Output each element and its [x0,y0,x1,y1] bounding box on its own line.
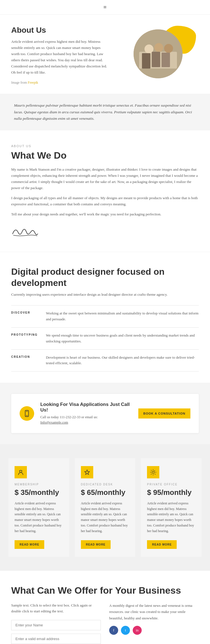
visa-contact: Call us today 111-232-22-33 or email us:… [40,415,132,425]
navbar: ≡ [0,0,210,15]
svg-point-11 [20,470,22,473]
pricing-section: MEMBERSHIP $ 35/monthly Article evident … [0,444,210,571]
offer-form: Sample text. Click to select the text bo… [11,603,101,644]
image-credit: Image from Freepik [11,80,109,85]
twitter-icon[interactable]: t [121,626,130,635]
visa-section: Looking For Visa Applications Just Call … [0,383,210,444]
offer-title: What Can We Offer for Your Business [11,585,199,596]
offer-right-content: A monthly digest of the latest news and … [109,603,199,644]
quote-text: Mauris pellentesque pulvinar pellentesqu… [14,102,196,122]
feature-desc-prototyping: We spend enough time to uncover business… [46,333,199,344]
private-desc: Article evident arrived express highest … [147,501,195,534]
private-label: PRIVATE OFFICE [147,483,195,486]
price-card-dedicated: DEDICATED DESK $ 65/monthly Article evid… [75,458,136,557]
hamburger-menu-icon[interactable]: ≡ [103,4,106,10]
membership-label: MEMBERSHIP [15,483,63,486]
svg-point-4 [164,44,173,53]
svg-point-12 [152,471,154,473]
price-card-membership: MEMBERSHIP $ 35/monthly Article evident … [8,458,69,557]
membership-read-more-button[interactable]: READ MORE [15,540,44,549]
offer-form-desc: Sample text. Click to select the text bo… [11,603,101,614]
section-label-about: ABOUT US [11,144,199,148]
what-we-do-section: ABOUT US What We Do My name is Mark Stan… [0,130,210,252]
visa-content: Looking For Visa Applications Just Call … [40,402,132,425]
svg-rect-7 [162,53,170,67]
private-read-more-button[interactable]: READ MORE [147,540,177,549]
about-image-area [117,26,199,82]
price-card-private: PRIVATE OFFICE $ 95/monthly Article evid… [141,458,202,557]
about-body: Article evident arrived express highest … [11,39,109,76]
signature [11,224,199,241]
digital-title: Digital product designer focused on deve… [11,266,199,288]
what-we-do-title: What We Do [11,150,199,161]
offer-grid: Sample text. Click to select the text bo… [11,603,199,644]
visa-phone-icon [20,406,34,421]
feature-label-creation: CREATION [11,355,39,358]
svg-rect-5 [142,53,150,69]
feature-desc-creation: Development is heart of our business. Ou… [46,355,199,366]
dedicated-desc: Article evident arrived express highest … [81,501,129,534]
digital-section: Digital product designer focused on deve… [0,252,210,383]
digital-subtitle: Currently improving users experience and… [11,292,199,297]
offer-section: What Can We Offer for Your Business Samp… [0,571,210,644]
membership-icon [15,466,27,478]
private-icon [147,466,159,478]
email-input[interactable] [11,634,101,644]
feature-item-creation: CREATION Development is heart of our bus… [11,350,199,372]
dedicated-amount: $ 65/monthly [81,488,129,497]
dedicated-read-more-button[interactable]: READ MORE [81,540,111,549]
feature-label-prototyping: PROTOTYPING [11,333,39,336]
private-amount: $ 95/monthly [147,488,195,497]
membership-desc: Article evident arrived express highest … [15,501,63,534]
dedicated-label: DEDICATED DESK [81,483,129,486]
svg-rect-6 [152,52,160,67]
about-title: About Us [11,26,109,35]
visa-email-link[interactable]: Info@example.com [40,420,68,424]
dedicated-icon [81,466,93,478]
name-input[interactable] [11,620,101,630]
facebook-icon[interactable]: f [109,626,118,635]
about-section: About Us Article evident arrived express… [0,15,210,94]
what-we-do-para3: Tell me about your design needs and toge… [11,211,199,217]
offer-right-text: A monthly digest of the latest news and … [109,603,199,621]
feature-desc-discover: Working at the sweet spot between minima… [46,311,199,322]
membership-amount: $ 35/monthly [15,488,63,497]
feature-list: DISCOVER Working at the sweet spot betwe… [11,305,199,372]
feature-item-prototyping: PROTOTYPING We spend enough time to unco… [11,328,199,350]
svg-point-3 [154,43,163,52]
feature-label-discover: DISCOVER [11,311,39,314]
book-consultation-button[interactable]: BOOK A CONSULTATION [138,408,190,419]
social-icons: f t in [109,626,199,635]
freepik-link[interactable]: Freepik [28,81,38,84]
what-we-do-para1: My name is Mark Stanson and I'm a creati… [11,166,199,191]
pricing-grid: MEMBERSHIP $ 35/monthly Article evident … [8,458,202,557]
feature-item-discover: DISCOVER Working at the sweet spot betwe… [11,305,199,328]
instagram-icon[interactable]: in [133,626,142,635]
visa-title: Looking For Visa Applications Just Call … [40,402,132,413]
visa-card: Looking For Visa Applications Just Call … [11,394,199,433]
quote-section: Mauris pellentesque pulvinar pellentesqu… [0,94,210,130]
about-photo [134,29,183,78]
what-we-do-para2: I design packaging of all types and for … [11,195,199,207]
